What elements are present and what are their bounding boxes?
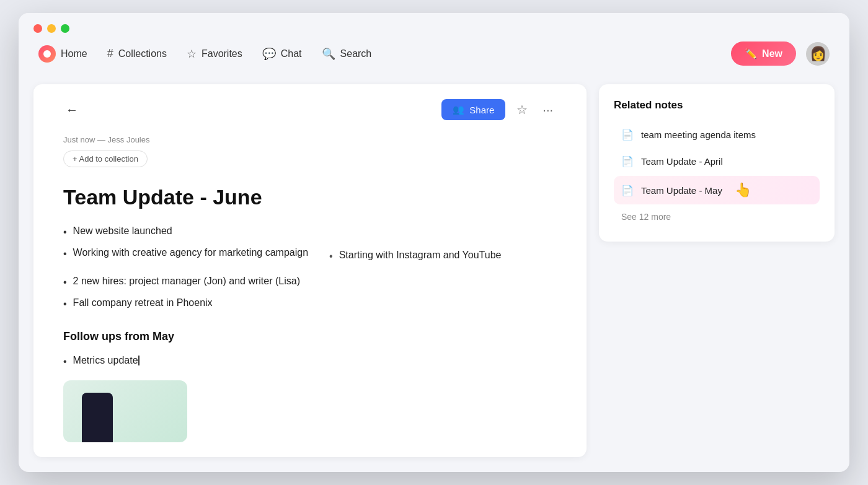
maximize-button[interactable] [61, 24, 69, 33]
chat-icon: 💬 [262, 47, 276, 61]
nav-collections-label: Collections [118, 48, 167, 59]
section-heading: Follow ups from May [63, 327, 557, 346]
bullet-5-text: Metrics update [73, 352, 140, 369]
nav-home-label: Home [61, 48, 87, 59]
phone-graphic [82, 393, 113, 442]
favorite-button[interactable]: ☆ [513, 100, 531, 120]
avatar-image: 👩 [810, 46, 826, 62]
share-button[interactable]: 👥 Share [441, 99, 505, 120]
doc-author: Jess Joules [108, 135, 150, 144]
note-icon: 📄 [621, 155, 634, 167]
svg-point-0 [43, 50, 51, 58]
add-collection-label: + Add to collection [73, 154, 138, 164]
minimize-button[interactable] [47, 24, 56, 33]
favorites-icon: ☆ [187, 47, 197, 61]
app-window: Home # Collections ☆ Favorites 💬 Chat 🔍 … [19, 13, 849, 471]
related-notes-title: Related notes [614, 99, 820, 111]
pointer-cursor: 👆 [735, 182, 751, 198]
note-icon: 📄 [621, 185, 634, 196]
doc-timestamp: Just now [63, 135, 95, 144]
nav-home[interactable]: Home [38, 45, 87, 63]
note-icon: 📄 [621, 129, 634, 141]
share-label: Share [469, 105, 494, 115]
titlebar [19, 13, 849, 33]
nav-collections[interactable]: # Collections [107, 47, 167, 60]
doc-title: Team Update - June [63, 185, 557, 210]
document-panel: ← 👥 Share ☆ ··· Just now — Jess Joules +… [33, 84, 587, 457]
navbar: Home # Collections ☆ Favorites 💬 Chat 🔍 … [19, 33, 849, 74]
close-button[interactable] [33, 24, 42, 33]
related-notes-panel: Related notes 📄 team meeting agenda item… [599, 84, 835, 242]
see-more-link[interactable]: See 12 more [614, 207, 820, 227]
nav-links: Home # Collections ☆ Favorites 💬 Chat 🔍 … [38, 45, 371, 63]
bullet-list-main: New website launched Working with creati… [63, 222, 557, 312]
nav-search-label: Search [340, 48, 372, 59]
doc-meta-separator: — [97, 135, 108, 144]
new-icon: ✏️ [745, 48, 757, 59]
share-icon: 👥 [453, 104, 464, 115]
bullet-list-followup: Metrics update [63, 352, 557, 370]
related-item-1[interactable]: 📄 team meeting agenda items [614, 123, 820, 147]
doc-actions: 👥 Share ☆ ··· [441, 99, 557, 120]
related-item-3[interactable]: 📄 Team Update - May 👆 [614, 176, 820, 204]
more-button[interactable]: ··· [539, 100, 557, 120]
bullet-2a-text: Starting with Instagram and YouTube [339, 247, 502, 263]
new-button[interactable]: ✏️ New [731, 42, 796, 66]
nav-chat[interactable]: 💬 Chat [262, 47, 302, 61]
nav-search[interactable]: 🔍 Search [322, 47, 372, 61]
search-icon: 🔍 [322, 47, 335, 61]
doc-toolbar: ← 👥 Share ☆ ··· [63, 99, 557, 120]
list-item: Working with creative agency for marketi… [63, 244, 557, 268]
add-to-collection-button[interactable]: + Add to collection [63, 151, 148, 167]
collections-icon: # [107, 47, 113, 60]
related-item-2-text: Team Update - April [641, 156, 723, 167]
new-button-label: New [762, 48, 782, 59]
list-item: New website launched [63, 222, 557, 240]
bullet-list-sub: Starting with Instagram and YouTube [329, 247, 501, 268]
nav-favorites-label: Favorites [202, 48, 242, 59]
bullet-1-text: New website launched [73, 222, 172, 239]
doc-body: New website launched Working with creati… [63, 222, 557, 442]
text-cursor [138, 356, 140, 365]
list-item: 2 new hires: project manager (Jon) and w… [63, 273, 557, 291]
list-item: Starting with Instagram and YouTube [329, 247, 501, 264]
nav-right: ✏️ New 👩 [731, 42, 830, 66]
traffic-lights [33, 24, 69, 33]
related-item-3-text: Team Update - May [641, 185, 722, 196]
back-button[interactable]: ← [63, 100, 81, 120]
nav-favorites[interactable]: ☆ Favorites [187, 47, 242, 61]
bullet-4-text: Fall company retreat in Phoenix [73, 294, 213, 311]
doc-meta: Just now — Jess Joules [63, 135, 557, 144]
image-placeholder [63, 380, 187, 442]
related-item-1-text: team meeting agenda items [641, 129, 756, 140]
related-item-2[interactable]: 📄 Team Update - April [614, 149, 820, 173]
list-item: Fall company retreat in Phoenix [63, 294, 557, 312]
list-item: Metrics update [63, 352, 557, 370]
home-icon [38, 45, 56, 63]
nav-chat-label: Chat [281, 48, 302, 59]
bullet-2-text: Working with creative agency for marketi… [73, 244, 308, 261]
content-area: ← 👥 Share ☆ ··· Just now — Jess Joules +… [19, 74, 849, 471]
avatar[interactable]: 👩 [806, 42, 830, 66]
bullet-3-text: 2 new hires: project manager (Jon) and w… [73, 273, 300, 289]
